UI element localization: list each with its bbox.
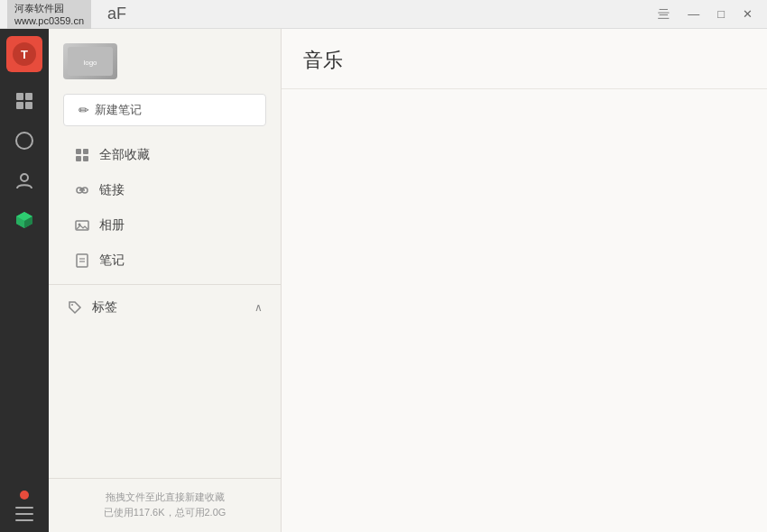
svg-point-7 [21, 174, 28, 181]
nav-cube-icon[interactable] [6, 202, 42, 238]
pencil-icon: ✏ [79, 103, 89, 117]
icon-bar: T [0, 29, 49, 532]
titlebar: 河泰软件园 www.pc0359.cn aF 亖 — □ ✕ [0, 0, 767, 29]
minimize-button[interactable]: — [680, 5, 707, 23]
titlebar-controls: 亖 — □ ✕ [651, 5, 760, 24]
svg-text:T: T [21, 48, 28, 61]
nav-item-album[interactable]: 相册 [56, 208, 273, 243]
maximize-button[interactable]: □ [710, 5, 732, 23]
nav-contacts-icon[interactable] [6, 162, 42, 198]
page-title: 音乐 [303, 47, 745, 74]
svg-point-6 [16, 133, 32, 149]
svg-rect-2 [16, 93, 23, 100]
sidebar-logo: logo [63, 43, 117, 79]
svg-rect-23 [77, 254, 88, 267]
menu-bottom-icon[interactable] [15, 507, 33, 521]
sidebar-nav: 全部收藏 链接 [49, 137, 281, 284]
nav-item-all[interactable]: 全部收藏 [56, 138, 273, 172]
svg-rect-15 [83, 149, 88, 154]
titlebar-af: aF [107, 5, 126, 23]
content-header: 音乐 [282, 29, 767, 89]
icon-bar-top: T [6, 36, 42, 491]
sidebar-footer: 拖拽文件至此直接新建收藏 已使用117.6K，总可用2.0G [49, 478, 281, 532]
tags-section: 标签 ∧ [49, 284, 281, 330]
drag-hint: 拖拽文件至此直接新建收藏 [63, 490, 266, 506]
svg-point-32 [71, 304, 73, 306]
sidebar-header: logo [49, 29, 281, 87]
nav-home-icon[interactable] [6, 83, 42, 119]
main-container: T [0, 29, 767, 532]
content-area: 音乐 [282, 29, 767, 532]
svg-rect-4 [16, 102, 23, 109]
watermark: 河泰软件园 www.pc0359.cn [7, 0, 91, 30]
all-collections-icon [74, 147, 90, 163]
new-note-label: 新建笔记 [95, 102, 142, 118]
nav-message-icon[interactable] [6, 123, 42, 159]
nav-label-note: 笔记 [99, 252, 125, 269]
app-logo: T [6, 36, 42, 72]
icon-bar-bottom [15, 491, 33, 532]
note-icon [74, 252, 90, 269]
notification-dot [20, 491, 29, 500]
storage-usage: 已使用117.6K，总可用2.0G [63, 505, 266, 521]
new-note-button[interactable]: ✏ 新建笔记 [63, 94, 266, 126]
close-button[interactable]: ✕ [735, 5, 760, 23]
svg-rect-14 [76, 149, 81, 154]
pin-button[interactable]: 亖 [651, 5, 677, 24]
tags-section-left: 标签 [67, 299, 117, 316]
watermark-url: www.pc0359.cn [14, 15, 84, 26]
tag-icon [67, 299, 83, 316]
tags-section-header[interactable]: 标签 ∧ [49, 292, 281, 323]
sidebar: logo ✏ 新建笔记 全部收藏 [49, 29, 282, 532]
svg-rect-17 [83, 156, 88, 161]
nav-label-album: 相册 [99, 217, 125, 234]
svg-rect-3 [25, 93, 32, 100]
svg-rect-16 [76, 156, 81, 161]
tags-label: 标签 [92, 299, 117, 316]
nav-label-all: 全部收藏 [99, 147, 150, 163]
nav-label-link: 链接 [99, 182, 125, 198]
album-icon [74, 217, 90, 234]
content-body [282, 89, 767, 532]
svg-text:logo: logo [83, 59, 97, 67]
chevron-up-icon: ∧ [254, 301, 263, 314]
watermark-site: 河泰软件园 [14, 2, 84, 15]
svg-rect-5 [25, 102, 32, 109]
titlebar-left: 河泰软件园 www.pc0359.cn aF [7, 0, 126, 30]
nav-item-link[interactable]: 链接 [56, 173, 273, 207]
nav-item-note[interactable]: 笔记 [56, 243, 273, 278]
link-icon [74, 182, 90, 198]
